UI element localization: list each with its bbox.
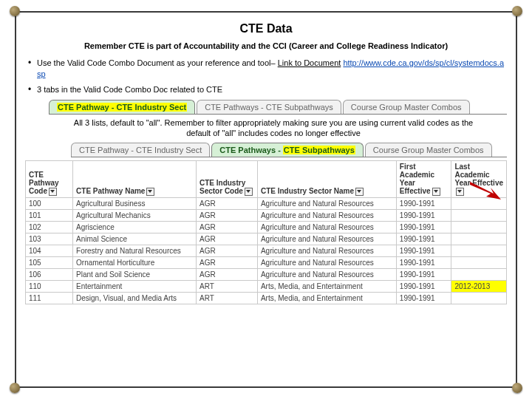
col-header-sector[interactable]: CTE Industry Sector Code [196, 161, 257, 198]
table-cell [451, 245, 507, 256]
table-cell: AGR [196, 268, 257, 280]
table-cell: Agriculture and Natural Resources [257, 233, 396, 245]
col-header-code[interactable]: CTE Pathway Code [26, 161, 73, 198]
table-row: 101Agricultural MechanicsAGRAgriculture … [26, 209, 507, 221]
bullet-item: Use the Valid Code Combo Document as you… [37, 58, 507, 80]
filter-dropdown-icon[interactable] [456, 188, 464, 196]
table-cell [451, 256, 507, 268]
table-cell: AGR [196, 245, 257, 256]
table-cell: 1990-1991 [396, 197, 451, 209]
table-cell: Agriculture and Natural Resources [257, 221, 396, 233]
rivet-icon [10, 383, 20, 393]
col-header-sectorname[interactable]: CTE Industry Sector Name [257, 161, 396, 198]
worksheet-tab[interactable]: CTE Pathways - CTE Subpathways [211, 143, 364, 157]
table-cell: Agricultural Business [73, 197, 197, 209]
table-cell: AGR [196, 233, 257, 245]
table-cell: 104 [26, 245, 73, 256]
header-text: CTE Pathway Name [76, 187, 145, 195]
table-cell: 102 [26, 221, 73, 233]
header-text: CTE Industry Sector Code [200, 179, 245, 195]
tabs-row-mid: CTE Pathway - CTE Industry SectCTE Pathw… [71, 143, 507, 157]
table-cell: Agriculture and Natural Resources [257, 256, 396, 268]
table-row: 110EntertainmentARTArts, Media, and Ente… [26, 280, 507, 292]
table-cell: 1990-1991 [396, 292, 451, 304]
svg-marker-0 [470, 182, 501, 200]
worksheet-tab[interactable]: CTE Pathway - CTE Industry Sect [49, 100, 195, 114]
table-cell: 1990-1991 [396, 245, 451, 256]
table-cell: Agriculture and Natural Resources [257, 245, 396, 256]
table-cell: 1990-1991 [396, 280, 451, 292]
table-cell: Forestry and Natural Resources [73, 245, 197, 256]
table-row: 102AgriscienceAGRAgriculture and Natural… [26, 221, 507, 233]
filter-dropdown-icon[interactable] [432, 188, 440, 196]
table-cell: Agriculture and Natural Resources [257, 197, 396, 209]
table-cell: 105 [26, 256, 73, 268]
table-cell: Arts, Media, and Entertainment [257, 292, 396, 304]
data-table: CTE Pathway Code CTE Pathway Name CTE In… [25, 160, 507, 304]
table-cell: Agriculture and Natural Resources [257, 209, 396, 221]
worksheet-tab[interactable]: CTE Pathways - CTE Subpathways [197, 100, 341, 114]
bullet-item: 3 tabs in the Valid Code Combo Doc relat… [37, 84, 507, 95]
table-cell [451, 233, 507, 245]
worksheet-tab[interactable]: Course Group Master Combos [365, 143, 492, 157]
table-cell: 103 [26, 233, 73, 245]
header-text: CTE Industry Sector Name [261, 187, 354, 195]
table-cell: Agriscience [73, 221, 197, 233]
table-cell: 106 [26, 268, 73, 280]
red-arrow-icon [468, 180, 502, 205]
col-header-first-year[interactable]: First Academic Year Effective [396, 161, 451, 198]
slide: CTE Data Remember CTE is part of Account… [0, 0, 532, 399]
table-cell: AGR [196, 256, 257, 268]
table-cell [451, 292, 507, 304]
table-cell: AGR [196, 197, 257, 209]
tabs-row-top: CTE Pathway - CTE Industry SectCTE Pathw… [49, 100, 507, 115]
link-label: Link to Document [278, 58, 341, 67]
rivet-icon [512, 383, 522, 393]
table-cell: AGR [196, 221, 257, 233]
table-cell [451, 268, 507, 280]
filter-dropdown-icon[interactable] [355, 188, 364, 196]
worksheet-tab[interactable]: Course Group Master Combos [343, 100, 470, 114]
table-cell: Entertainment [73, 280, 197, 292]
table-cell [451, 209, 507, 221]
table-cell: ART [196, 280, 257, 292]
filter-note: All 3 lists, default to "all". Remember … [69, 117, 477, 139]
bullet-list: Use the Valid Code Combo Document as you… [25, 58, 507, 95]
table-row: 105Ornamental HorticultureAGRAgriculture… [26, 256, 507, 268]
table-cell: 101 [26, 209, 73, 221]
table-row: 111Design, Visual, and Media ArtsARTArts… [26, 292, 507, 304]
table-row: 104Forestry and Natural ResourcesAGRAgri… [26, 245, 507, 256]
table-cell: 2012-2013 [451, 280, 507, 292]
table-row: 100Agricultural BusinessAGRAgriculture a… [26, 197, 507, 209]
table-cell [451, 221, 507, 233]
table-cell: Agriculture and Natural Resources [257, 268, 396, 280]
table-cell: Plant and Soil Science [73, 268, 197, 280]
filter-dropdown-icon[interactable] [146, 188, 154, 196]
table-cell: AGR [196, 209, 257, 221]
page-title: CTE Data [25, 22, 507, 35]
table-cell: 1990-1991 [396, 209, 451, 221]
bullet-text: Use the Valid Code Combo Document as you… [37, 58, 278, 67]
filter-dropdown-icon[interactable] [49, 188, 57, 196]
table-cell: 1990-1991 [396, 221, 451, 233]
table-cell: Agricultural Mechanics [73, 209, 197, 221]
table-cell: 100 [26, 197, 73, 209]
table-row: 106Plant and Soil ScienceAGRAgriculture … [26, 268, 507, 280]
table-cell: 1990-1991 [396, 233, 451, 245]
header-text: First Academic Year Effective [400, 163, 434, 195]
table-row: 103Animal ScienceAGRAgriculture and Natu… [26, 233, 507, 245]
worksheet-tab[interactable]: CTE Pathway - CTE Industry Sect [71, 143, 210, 157]
table-cell: Ornamental Horticulture [73, 256, 197, 268]
excel-table: CTE Pathway Code CTE Pathway Name CTE In… [25, 160, 507, 304]
rivet-icon [10, 6, 20, 16]
table-cell: ART [196, 292, 257, 304]
table-cell: Design, Visual, and Media Arts [73, 292, 197, 304]
table-cell: 1990-1991 [396, 256, 451, 268]
page-subtitle: Remember CTE is part of Accountability a… [25, 41, 507, 50]
table-cell: 1990-1991 [396, 268, 451, 280]
filter-dropdown-icon[interactable] [245, 188, 253, 196]
col-header-name[interactable]: CTE Pathway Name [73, 161, 197, 198]
table-cell: 111 [26, 292, 73, 304]
table-body: 100Agricultural BusinessAGRAgriculture a… [26, 197, 507, 304]
table-cell: Arts, Media, and Entertainment [257, 280, 396, 292]
